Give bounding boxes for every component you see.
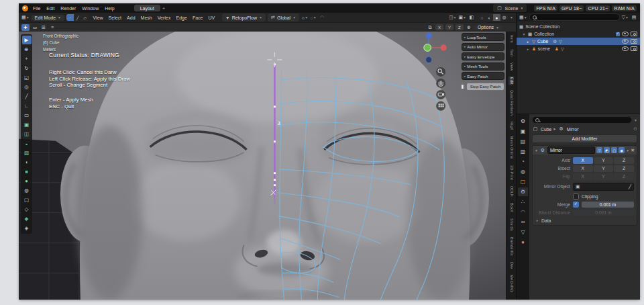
npanel-tab[interactable]: 3D-Print [508,164,513,181]
chevron-down-icon[interactable]: ▼ [634,118,637,122]
npanel-tab[interactable]: Edit [508,76,513,86]
properties-tab[interactable]: ◍ [518,167,528,176]
eyedropper-icon[interactable]: ╱ [629,184,631,189]
viewport-menu-item[interactable]: Select [106,15,123,21]
tool-button[interactable]: ◱ [22,73,32,82]
proportional-edit-icon[interactable]: ◌▼ [310,14,317,21]
show-on-cage-toggle[interactable]: ▽ [596,147,602,153]
shading-dropdown-icon[interactable]: ▼ [510,15,513,19]
wireframe-shading-button[interactable]: ○ [478,14,486,21]
outliner-search[interactable] [529,13,620,21]
merge-checkbox[interactable] [573,202,579,208]
properties-tab[interactable]: ∴ [518,198,528,206]
gizmo-toggle-icon[interactable]: ◫▼ [449,14,457,21]
outliner-search-input[interactable] [539,15,616,19]
tool-button[interactable]: ■ [22,167,32,176]
clipping-checkbox[interactable] [573,193,579,200]
properties-tab[interactable]: ▥ [518,147,528,156]
tool-button[interactable]: ▢ [22,195,32,204]
disable-render-icon[interactable] [631,46,637,52]
hide-eye-icon[interactable] [622,32,629,36]
active-tool-icon[interactable]: ✚ [21,24,30,31]
tool-button[interactable]: ⊕ [22,45,32,54]
solid-shading-button[interactable]: ◐ [486,14,493,21]
tool-button[interactable]: + [22,54,32,63]
viewport-menu-item[interactable]: Edge [174,15,189,21]
rendered-shading-button[interactable]: ◍ [500,14,508,21]
menu-item[interactable]: Window [79,5,101,11]
tool-button[interactable]: ◇ [22,205,32,214]
npanel-tab[interactable]: ODLP [508,185,513,198]
menu-item[interactable]: Edit [44,5,57,11]
viewport-menu-item[interactable]: Face [190,15,205,21]
viewport-menu-item[interactable]: UV [206,15,217,21]
outliner-row-armature[interactable]: ▸ ♟ scene ♟ ▽ [517,45,640,52]
axis-y-button[interactable]: Y [594,157,614,164]
outliner-row-scene-collection[interactable]: ▦ Scene Collection [517,23,640,30]
tool-button[interactable]: ◖ [22,158,32,167]
viewport-3d-render[interactable]: 3 [19,32,516,300]
disable-render-icon[interactable] [631,39,637,44]
show-in-editmode-toggle[interactable]: ◩ [604,147,610,153]
tool-button[interactable]: ▭ [22,111,32,120]
npanel-tab[interactable]: Item [508,34,513,44]
viewport-menu-item[interactable]: Add [125,15,138,21]
bisect-distance-field[interactable]: 0.001 m [573,210,634,216]
gizmo-z-axis[interactable] [426,32,432,38]
overlays-toggle-icon[interactable]: ▣▼ [458,14,466,21]
expand-arrow-icon[interactable]: ▸ [526,40,530,44]
gizmo-y-axis[interactable] [424,44,431,52]
npanel-section-header[interactable]: Easy Envelope [462,52,504,60]
properties-tab[interactable]: ▢ [518,177,528,186]
npanel-section-header[interactable]: LoopTools [462,33,504,41]
expand-arrow-icon[interactable]: ▸ [526,47,530,51]
properties-tab[interactable]: ∞ [518,218,528,226]
material-shading-button[interactable]: ● [493,14,500,21]
disable-render-icon[interactable] [631,32,637,37]
npanel-tab[interactable]: Tool [508,48,513,58]
filter-funnel-icon[interactable]: ▽▼ [622,14,629,21]
mirror-object-field[interactable]: ▣╱ [573,183,634,191]
tool-button[interactable]: ◎ [22,83,32,91]
falloff-icon[interactable]: ◠ [319,14,325,21]
bisect-z-button[interactable]: Z [614,165,634,172]
face-select-button[interactable]: ▱ [81,14,89,21]
data-subpanel-header[interactable]: ▸ Data [535,218,634,223]
npanel-section-header[interactable]: Easy Patch [462,72,504,80]
show-realtime-toggle[interactable]: ▢ [611,147,617,153]
outliner-row-collection[interactable]: ▼ ▦ Collection [517,30,640,38]
expand-arrow-icon[interactable]: ▼ [522,32,526,36]
flip-x-button[interactable]: X [573,173,593,180]
menu-item[interactable]: Render [58,5,78,11]
tool-button[interactable]: ▣ [22,120,32,129]
collection-checkbox[interactable] [616,32,620,36]
tool-button[interactable]: ∟ [22,101,32,110]
properties-search-input[interactable] [541,118,629,122]
menu-item[interactable]: File [30,5,43,11]
npanel-tab[interactable]: Dev [508,261,513,271]
outliner-row-cube[interactable]: ▸ ▽ Cube ⚙ ▽ [517,38,640,45]
tool-button[interactable]: ● [22,177,32,185]
tool-button[interactable]: ▶ [22,36,32,44]
properties-tab[interactable]: ▣ [518,127,528,136]
pan-hand-button[interactable] [436,79,445,88]
mirror-z-toggle[interactable]: Z [455,24,464,30]
scene-selector[interactable]: ▢ Scene ▼ [493,4,527,12]
npanel-section-header[interactable]: Auto Mirror [462,43,504,51]
tool-button[interactable]: ╱ [22,92,32,101]
properties-tab[interactable]: ▤ [518,137,528,146]
properties-tab[interactable]: ⚙ [518,117,528,126]
tool-button[interactable]: ◆ [22,214,32,223]
npanel-tab[interactable]: BlenderKit [508,236,513,257]
tool-button[interactable]: ▥ [22,148,32,157]
modifier-name-field[interactable]: Mirror [547,146,595,154]
npanel-tab[interactable]: Shardy [508,217,513,232]
npanel-tab[interactable]: Mesh Online [508,135,513,161]
tool-option-icon-2[interactable]: ⊞ [40,24,47,31]
options-dropdown[interactable]: Options ▼ [474,24,502,30]
viewport-canvas[interactable]: 3 [19,32,516,300]
tool-button[interactable]: ◫ [22,130,32,138]
bisect-x-button[interactable]: X [573,165,593,172]
bisect-y-button[interactable]: Y [594,165,614,172]
properties-tab[interactable]: ● [518,238,528,247]
